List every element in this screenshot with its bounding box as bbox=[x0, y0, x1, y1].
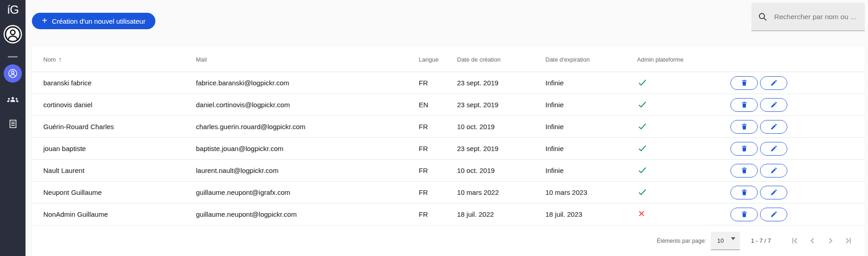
paginator: Éléments par page: 10 1 - 7 / 7 bbox=[32, 225, 865, 256]
person-circle-icon bbox=[7, 68, 19, 79]
trash-icon bbox=[740, 210, 748, 218]
delete-user-button[interactable] bbox=[730, 208, 758, 221]
user-expiration-date: Infinie bbox=[545, 79, 635, 87]
user-creation-date: 10 oct. 2019 bbox=[457, 167, 545, 174]
user-name: baranski fabrice bbox=[32, 79, 196, 87]
user-mail: fabrice.baranski@logpickr.com bbox=[196, 79, 419, 87]
trash-icon bbox=[740, 145, 748, 152]
row-actions bbox=[717, 120, 865, 134]
sidebar-item-logs[interactable] bbox=[8, 119, 18, 131]
search-input[interactable] bbox=[773, 12, 859, 21]
page-size-select[interactable]: 10 bbox=[711, 232, 740, 250]
previous-page-button[interactable] bbox=[808, 236, 817, 246]
pencil-icon bbox=[770, 210, 778, 218]
table-row: Nault Laurent laurent.nault@logpickr.com… bbox=[32, 160, 865, 182]
users-table-card: Nom ↑ Mail Langue Date de création Date … bbox=[32, 47, 865, 256]
column-header-admin-plateforme[interactable]: Admin plateforme bbox=[635, 56, 717, 63]
edit-user-button[interactable] bbox=[760, 208, 787, 221]
last-page-button[interactable] bbox=[843, 236, 853, 246]
trash-icon bbox=[740, 123, 748, 131]
group-icon bbox=[6, 95, 19, 104]
admin-check-icon bbox=[637, 77, 647, 89]
pencil-icon bbox=[770, 101, 778, 109]
edit-user-button[interactable] bbox=[760, 76, 787, 90]
pager-controls bbox=[790, 236, 853, 246]
pencil-icon bbox=[770, 123, 778, 131]
edit-user-button[interactable] bbox=[760, 120, 787, 134]
row-actions bbox=[717, 208, 865, 221]
user-name: Neupont Guillaume bbox=[32, 188, 196, 196]
chevron-left-icon bbox=[808, 236, 817, 246]
search-icon bbox=[758, 12, 768, 22]
user-mail: guillaume.neupont@igrafx.com bbox=[196, 188, 419, 196]
search-field[interactable] bbox=[751, 3, 865, 31]
user-mail: daniel.cortinovis@logpickr.com bbox=[196, 101, 419, 109]
user-admin-status bbox=[635, 187, 717, 199]
user-admin-status bbox=[635, 121, 717, 133]
user-admin-status bbox=[635, 99, 717, 111]
column-header-date-expiration[interactable]: Date d'expiration bbox=[545, 56, 635, 63]
first-page-icon bbox=[790, 236, 800, 246]
pencil-icon bbox=[770, 79, 778, 87]
sidebar-item-groups[interactable] bbox=[6, 95, 19, 106]
user-creation-date: 23 sept. 2019 bbox=[457, 101, 545, 109]
user-language: FR bbox=[419, 210, 457, 218]
user-creation-date: 18 juil. 2022 bbox=[457, 210, 545, 218]
trash-icon bbox=[740, 101, 748, 109]
column-header-mail[interactable]: Mail bbox=[196, 56, 419, 63]
trash-icon bbox=[740, 167, 748, 174]
chevron-right-icon bbox=[826, 236, 835, 246]
delete-user-button[interactable] bbox=[730, 164, 758, 178]
pencil-icon bbox=[770, 145, 778, 152]
chevron-down-icon bbox=[731, 237, 735, 240]
row-actions bbox=[717, 98, 865, 112]
user-name: NonAdmin Guillaume bbox=[32, 210, 196, 218]
plus-icon: + bbox=[42, 16, 47, 25]
user-admin-status bbox=[635, 209, 717, 219]
edit-user-button[interactable] bbox=[760, 186, 787, 199]
admin-cross-icon bbox=[637, 209, 646, 219]
user-admin-status bbox=[635, 77, 717, 89]
column-header-date-creation[interactable]: Date de création bbox=[457, 56, 545, 63]
user-expiration-date: Infinie bbox=[545, 167, 635, 174]
user-language: FR bbox=[419, 79, 457, 87]
first-page-button[interactable] bbox=[790, 236, 800, 246]
trash-icon bbox=[740, 79, 748, 87]
delete-user-button[interactable] bbox=[730, 120, 758, 134]
sidebar-divider bbox=[8, 56, 18, 57]
table-header-row: Nom ↑ Mail Langue Date de création Date … bbox=[32, 47, 865, 72]
row-actions bbox=[717, 164, 865, 178]
table-row: Neupont Guillaume guillaume.neupont@igra… bbox=[32, 182, 865, 204]
document-list-icon bbox=[8, 119, 18, 129]
delete-user-button[interactable] bbox=[730, 186, 758, 199]
pencil-icon bbox=[770, 188, 778, 196]
user-name: Nault Laurent bbox=[32, 167, 196, 174]
edit-user-button[interactable] bbox=[760, 142, 787, 156]
table-row: NonAdmin Guillaume guillaume.neupont@log… bbox=[32, 204, 865, 225]
user-expiration-date: 10 mars 2023 bbox=[545, 188, 635, 196]
column-header-nom[interactable]: Nom ↑ bbox=[32, 56, 196, 63]
delete-user-button[interactable] bbox=[730, 142, 758, 156]
user-language: FR bbox=[419, 188, 457, 196]
igrafx-logo: íG bbox=[7, 3, 18, 17]
pencil-icon bbox=[770, 167, 778, 174]
user-mail: laurent.nault@logpickr.com bbox=[196, 167, 419, 174]
column-header-langue[interactable]: Langue bbox=[419, 56, 457, 63]
user-mail: guillaume.neupont@logpickr.com bbox=[196, 210, 419, 218]
admin-check-icon bbox=[637, 165, 647, 177]
sort-asc-icon: ↑ bbox=[58, 56, 62, 63]
next-page-button[interactable] bbox=[826, 236, 835, 246]
sidebar: íG bbox=[0, 0, 26, 256]
sidebar-item-users[interactable] bbox=[4, 64, 22, 83]
delete-user-button[interactable] bbox=[730, 76, 758, 90]
last-page-icon bbox=[843, 236, 853, 246]
edit-user-button[interactable] bbox=[760, 164, 787, 178]
user-creation-date: 10 mars 2022 bbox=[457, 188, 545, 196]
edit-user-button[interactable] bbox=[760, 98, 787, 112]
account-circle-icon bbox=[3, 24, 23, 44]
create-user-button[interactable]: + Création d'un nouvel utilisateur bbox=[32, 13, 155, 29]
account-avatar-icon[interactable] bbox=[3, 24, 23, 44]
table-body: baranski fabrice fabrice.baranski@logpic… bbox=[32, 72, 865, 225]
user-admin-page: íG bbox=[0, 0, 868, 256]
delete-user-button[interactable] bbox=[730, 98, 758, 112]
